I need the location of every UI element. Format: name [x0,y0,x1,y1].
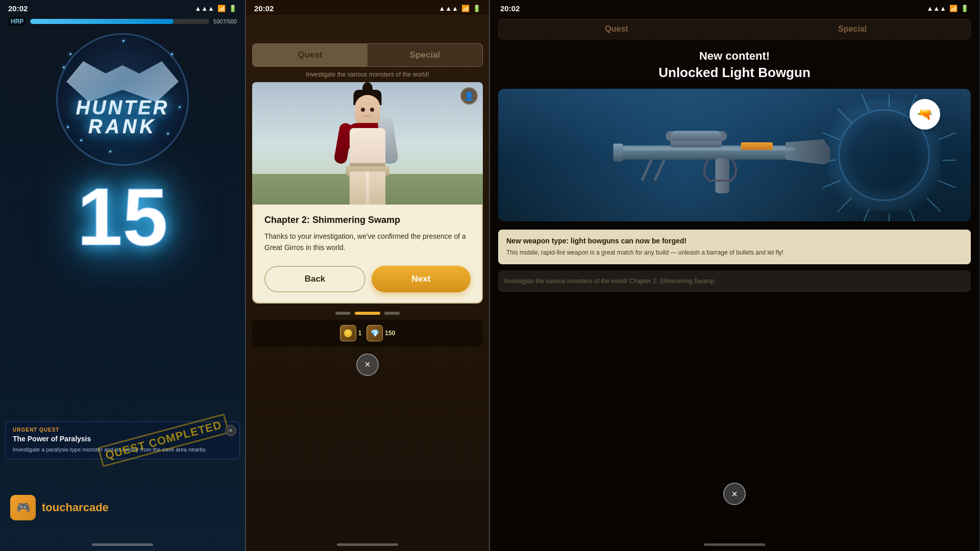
chapter-title: Chapter 2: Shimmering Swamp [264,215,471,226]
bowgun-icon: 🔫 [917,107,933,121]
right-time: 20:02 [500,4,520,13]
mid-tab-bar: Quest Special [252,43,483,67]
mid-panel: 20:02 ▲▲▲ 📶 🔋 Quest Special Investigate … [245,0,490,551]
right-home-indicator [704,543,765,546]
mid-home-indicator [337,543,398,546]
hr-emblem: HUNTER RANK [66,61,179,138]
new-content-subtitle: Unlocked Light Bowgun [498,65,971,81]
left-panel: 20:02 ▲▲▲ 📶 🔋 HRP 5007/500 HUNTER RANK [0,0,245,551]
rank-number-area: 15 [0,176,245,258]
weapon-svg [607,107,862,204]
left-home-indicator [92,543,153,546]
dot-2 [355,312,380,315]
quest-card-overlay: Urgent Quest The Power of Paralysis Inve… [0,421,245,459]
reward-item-1: 🪙 1 [340,325,362,341]
weapon-desc-box: New weapon type: light bowguns can now b… [498,230,971,264]
profile-icon[interactable]: 👤 [460,87,478,105]
dialog-card: Chapter 2: Shimmering Swamp Thanks to yo… [252,205,483,304]
quest-card: Urgent Quest The Power of Paralysis Inve… [5,421,240,459]
toucharcade-icon-glyph: 🎮 [16,501,30,514]
right-status-icons: ▲▲▲ 📶 🔋 [926,5,969,12]
toucharcade-logo: 🎮 toucharcade [10,495,109,520]
hrp-progress-fill [30,19,174,24]
tab-special[interactable]: Special [368,44,482,66]
right-battery-icon: 🔋 [961,5,969,12]
reward-strip: 🪙 1 💎 150 [252,320,483,346]
tab-quest[interactable]: Quest [253,44,368,66]
dot-3 [384,312,400,315]
svg-line-9 [861,209,869,221]
dot-1 [335,312,351,315]
progress-dots [246,312,489,315]
mid-status-icons: ▲▲▲ 📶 🔋 [438,5,481,12]
toucharcade-icon: 🎮 [10,495,36,520]
right-tab-bar: Quest Special [498,19,971,39]
svg-rect-20 [671,131,722,141]
mid-signal-icon: ▲▲▲ [438,5,458,12]
leg-right [369,171,385,205]
hrp-label: HRP [8,17,26,26]
reward-icon-2: 💎 [366,325,383,341]
svg-line-3 [938,132,955,140]
reward-count-1: 1 [358,330,362,337]
right-close-button[interactable]: × [723,483,746,505]
left-status-icons: ▲▲▲ 📶 🔋 [194,5,237,12]
left-time: 20:02 [8,4,28,13]
new-content-banner: New content! Unlocked Light Bowgun [498,49,971,81]
right-quest-area: Investigate the various monsters of the … [498,270,971,292]
weapon-desc-text: This mobile, rapid-fire weapon is a grea… [506,248,963,257]
signal-icon: ▲▲▲ [194,5,214,12]
svg-line-15 [861,94,869,111]
rank-number: 15 [77,171,168,262]
svg-rect-23 [741,142,773,150]
hrp-bar: HRP 5007/500 [0,15,245,28]
right-panel: 20:02 ▲▲▲ 📶 🔋 Quest Special New content!… [490,0,979,551]
quest-close-button[interactable]: × [225,425,236,436]
back-button[interactable]: Back [264,266,365,292]
hr-badge: HUNTER RANK [56,33,189,166]
bowgun-bubble-icon: 🔫 [910,99,940,130]
new-content-pre-title: New content! [498,49,971,63]
hrp-value: 5007/500 [213,18,237,24]
svg-line-7 [910,209,917,221]
right-signal-icon: ▲▲▲ [926,5,946,12]
mid-status-bar: 20:02 ▲▲▲ 📶 🔋 [246,0,489,15]
hr-text-block: HUNTER RANK [76,97,169,138]
mid-wifi-icon: 📶 [461,5,470,12]
right-content: 20:02 ▲▲▲ 📶 🔋 Quest Special New content!… [490,0,979,551]
mid-time: 20:02 [254,4,274,13]
reward-count-2: 150 [385,330,395,337]
character-image-area: 👤 [252,82,483,205]
reward-item-2: 💎 150 [366,325,395,341]
battery-icon: 🔋 [229,5,237,12]
mouth [363,115,372,117]
hr-wings [66,61,179,102]
svg-line-25 [642,160,652,181]
right-status-bar: 20:02 ▲▲▲ 📶 🔋 [490,0,979,15]
quest-subtitle: Investigate the various monsters of the … [246,67,489,82]
hr-text-rank: RANK [76,116,169,138]
hrp-progress-bg [30,19,209,24]
character-head [355,95,380,126]
next-button[interactable]: Next [372,266,471,292]
dialog-body: Thanks to your investigation, we've conf… [264,231,471,254]
svg-line-6 [927,198,941,212]
wifi-icon: 📶 [217,5,226,12]
eye-left [361,108,365,112]
character-body [332,103,403,205]
toucharcade-name: toucharcade [42,501,109,514]
right-quest-text: Investigate the various monsters of the … [504,277,965,286]
svg-rect-21 [716,158,730,193]
mid-battery-icon: 🔋 [473,5,481,12]
eye-right [370,108,374,112]
weapon-showcase: 🔫 [498,89,971,221]
left-status-bar: 20:02 ▲▲▲ 📶 🔋 [0,0,245,15]
hunter-rank-area: HUNTER RANK [0,33,245,166]
mid-close-button[interactable]: × [356,354,379,376]
weapon-desc-title: New weapon type: light bowguns can now b… [506,237,963,245]
svg-line-5 [938,181,955,188]
right-wifi-icon: 📶 [949,5,958,12]
right-tab-quest: Quest [499,19,734,39]
svg-line-26 [655,160,665,181]
leg-left [350,171,366,205]
